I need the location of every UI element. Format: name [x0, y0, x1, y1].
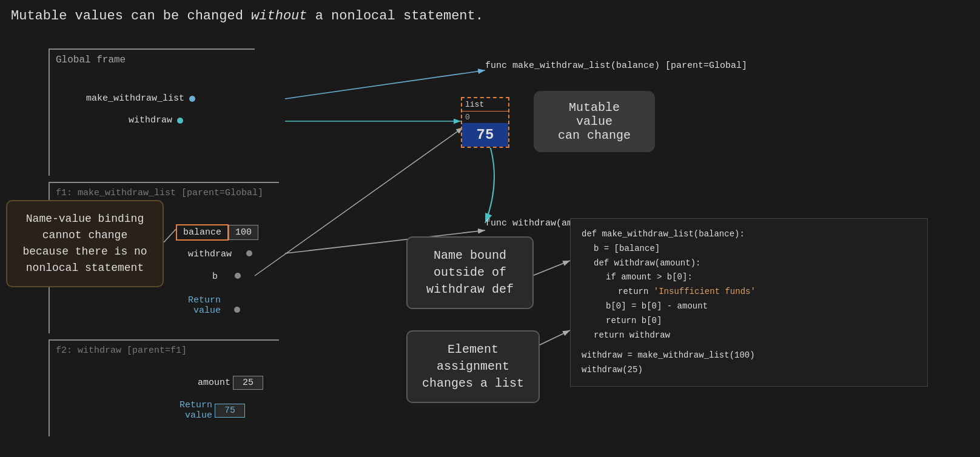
binding-label-withdraw: withdraw: [129, 115, 172, 125]
callout-name-bound: Name bound outside of withdraw def: [406, 236, 534, 309]
f1-return-dot: [234, 307, 240, 313]
code-line-8: return withdraw: [594, 329, 916, 343]
f1-return-dot-container: [230, 301, 240, 313]
list-box-value: 75: [462, 123, 508, 147]
code-line-6: b[0] = b[0] - amount: [606, 299, 916, 314]
callout-mutable-value: Mutable value can change: [534, 91, 655, 152]
list-box-header: list: [462, 98, 508, 112]
f2-amount-value: 25: [233, 376, 263, 390]
code-line-4: if amount > b[0]:: [606, 270, 916, 285]
callout-element-assignment: Element assignment changes a list: [406, 330, 540, 403]
f1-b-label: b: [212, 272, 218, 282]
svg-line-9: [539, 330, 570, 345]
svg-line-3: [285, 70, 485, 99]
f2-amount-label: amount: [188, 378, 230, 388]
f1-b-dot-container: [227, 273, 241, 279]
code-line-10: withdraw(25): [582, 363, 916, 378]
global-frame-label: Global frame: [56, 55, 126, 65]
svg-line-8: [532, 261, 570, 276]
f2-return-row: Returnvalue 75: [170, 400, 245, 421]
f1-withdraw-dot: [246, 250, 252, 256]
f1-withdraw-label: withdraw: [188, 249, 232, 259]
f1-frame-label: f1: make_withdraw_list [parent=Global]: [56, 188, 263, 198]
title-italic: without: [251, 8, 307, 24]
title-after: a nonlocal statement.: [307, 8, 483, 24]
f2-return-value: 75: [215, 404, 245, 418]
f2-return-label: Returnvalue: [170, 400, 212, 421]
list-box-index: 0: [462, 112, 508, 123]
global-frame: Global frame make_withdraw_list withdraw: [49, 48, 255, 176]
callout-name-value-binding: Name-value binding cannot change because…: [6, 200, 164, 287]
code-line-1: def make_withdraw_list(balance):: [582, 227, 916, 242]
f1-balance-label: balance: [176, 224, 229, 241]
f1-return-label: Returnvalue: [188, 295, 221, 316]
f2-frame-label: f2: withdraw [parent=f1]: [56, 345, 187, 356]
binding-label-make-withdraw-list: make_withdraw_list: [86, 93, 184, 104]
code-line-2: b = [balance]: [594, 242, 916, 256]
code-box: def make_withdraw_list(balance): b = [ba…: [570, 218, 928, 387]
f2-amount-row: amount 25: [188, 376, 263, 390]
func-make-withdraw-list: func make_withdraw_list(balance) [parent…: [485, 61, 747, 71]
title-before: Mutable values can be changed: [11, 8, 251, 24]
global-binding-withdraw: withdraw: [129, 115, 183, 125]
code-line-7: return b[0]: [606, 314, 916, 329]
f1-b-dot: [235, 273, 241, 279]
code-line-9: withdraw = make_withdraw_list(100): [582, 349, 916, 363]
f1-b-row: b: [212, 271, 241, 282]
list-box: list 0 75: [461, 97, 509, 148]
f1-return-row: Returnvalue: [188, 295, 240, 316]
binding-dot-withdraw: [177, 118, 183, 124]
main-title: Mutable values can be changed without a …: [11, 8, 483, 24]
code-line-3: def withdraw(amount):: [594, 256, 916, 271]
f1-balance-row: balance 100: [176, 224, 258, 241]
f1-withdraw-row: withdraw: [188, 249, 252, 259]
f1-withdraw-dot-container: [241, 250, 252, 256]
f1-balance-value: 100: [229, 225, 258, 240]
binding-dot-make-withdraw-list: [189, 96, 195, 102]
global-binding-make-withdraw-list: make_withdraw_list: [86, 93, 195, 104]
code-line-5: return 'Insufficient funds': [618, 285, 916, 299]
